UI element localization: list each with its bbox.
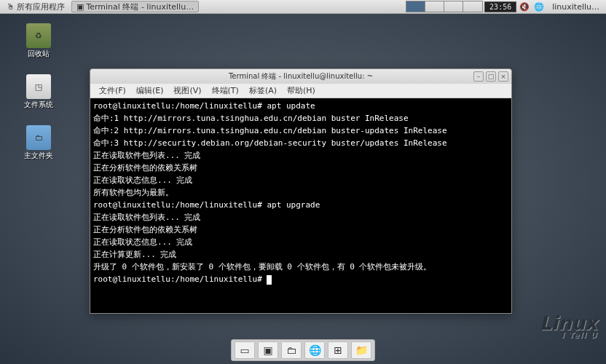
desktop-filesystem[interactable]: ◳ 文件系统 [20, 74, 57, 110]
terminal-line: 正在读取软件包列表... 完成 [93, 211, 508, 223]
taskbar: 🖱 所有应用程序 ▣ Terminal 终端 - linuxitellu… 23… [0, 0, 606, 14]
recycle-label: 回收站 [28, 49, 50, 59]
filesystem-label: 文件系统 [24, 100, 53, 110]
apps-menu[interactable]: 🖱 所有应用程序 [1, 1, 70, 12]
window-title: Terminal 终端 - linuxitellu@linuxitellu: ~ [229, 71, 373, 82]
terminal-line: 命中:3 http://security.debian.org/debian-s… [93, 137, 508, 149]
apps-menu-label: 所有应用程序 [17, 1, 65, 12]
workspace-3[interactable] [444, 1, 463, 12]
close-button[interactable]: × [498, 71, 508, 82]
menu-tabs[interactable]: 标签(A) [245, 84, 281, 98]
desktop-recycle-bin[interactable]: ♻ 回收站 [20, 23, 57, 59]
terminal-output[interactable]: root@linuxitellu:/home/linuxitellu# apt … [90, 98, 511, 313]
trash-icon: ♻ [26, 23, 51, 48]
terminal-line: 升级了 0 个软件包，新安装了 0 个软件包，要卸载 0 个软件包，有 0 个软… [93, 261, 508, 273]
terminal-line: root@linuxitellu:/home/linuxitellu# [93, 273, 508, 285]
menu-view[interactable]: 视图(V) [169, 84, 205, 98]
terminal-line: 正在读取状态信息... 完成 [93, 174, 508, 186]
minimize-button[interactable]: – [473, 71, 484, 82]
menu-file[interactable]: 文件(F) [95, 84, 130, 98]
home-label: 主文件夹 [24, 151, 53, 161]
dock: ▭ ▣ 🗀 🌐 ⊞ 📁 [231, 339, 375, 361]
terminal-line: 正在分析软件包的依赖关系树 [93, 223, 508, 236]
mouse-icon: 🖱 [7, 2, 15, 12]
terminal-line: 正在读取软件包列表... 完成 [93, 149, 508, 162]
workspace-2[interactable] [425, 1, 444, 12]
dock-app-finder[interactable]: ⊞ [328, 341, 348, 359]
titlebar[interactable]: Terminal 终端 - linuxitellu@linuxitellu: ~… [90, 69, 511, 84]
terminal-line: 所有软件包均为最新。 [93, 186, 508, 199]
terminal-line: 命中:1 http://mirrors.tuna.tsinghua.edu.cn… [93, 112, 508, 124]
terminal-icon: ▣ [76, 2, 84, 12]
terminal-line: 正在分析软件包的依赖关系树 [93, 162, 508, 174]
wallpaper-watermark: Linux I Tell U [540, 315, 597, 339]
menu-help[interactable]: 帮助(H) [283, 84, 320, 98]
username-label: linuxitellu… [552, 2, 599, 12]
terminal-line: 正在读取状态信息... 完成 [93, 236, 508, 248]
drive-icon: ◳ [26, 74, 51, 99]
taskbar-task-terminal[interactable]: ▣ Terminal 终端 - linuxitellu… [71, 1, 199, 12]
workspace-pager[interactable] [406, 1, 483, 12]
network-icon[interactable]: 🌐 [532, 2, 546, 12]
terminal-cursor [267, 275, 272, 285]
maximize-button[interactable]: □ [486, 71, 496, 82]
desktop-home[interactable]: 🗀 主文件夹 [20, 125, 57, 161]
terminal-window: Terminal 终端 - linuxitellu@linuxitellu: ~… [90, 68, 512, 314]
menu-terminal[interactable]: 终端(T) [208, 84, 243, 98]
dock-file-manager[interactable]: 🗀 [281, 341, 302, 359]
menu-edit[interactable]: 编辑(E) [132, 84, 168, 98]
terminal-line: 命中:2 http://mirrors.tuna.tsinghua.edu.cn… [93, 124, 508, 137]
dock-home[interactable]: 📁 [351, 341, 371, 359]
terminal-line: root@linuxitellu:/home/linuxitellu# apt … [93, 100, 508, 112]
menubar: 文件(F) 编辑(E) 视图(V) 终端(T) 标签(A) 帮助(H) [90, 84, 511, 98]
terminal-line: root@linuxitellu:/home/linuxitellu# apt … [93, 199, 508, 211]
user-menu[interactable]: linuxitellu… [547, 1, 605, 12]
task-label: Terminal 终端 - linuxitellu… [86, 1, 194, 12]
terminal-line: 正在计算更新... 完成 [93, 248, 508, 261]
folder-icon: 🗀 [26, 125, 51, 150]
dock-web-browser[interactable]: 🌐 [304, 341, 325, 359]
clock[interactable]: 23:56 [484, 1, 516, 12]
volume-icon[interactable]: 🔇 [518, 2, 531, 12]
dock-terminal[interactable]: ▣ [258, 341, 278, 359]
workspace-1[interactable] [406, 1, 425, 12]
dock-show-desktop[interactable]: ▭ [235, 341, 255, 359]
workspace-4[interactable] [463, 1, 482, 12]
